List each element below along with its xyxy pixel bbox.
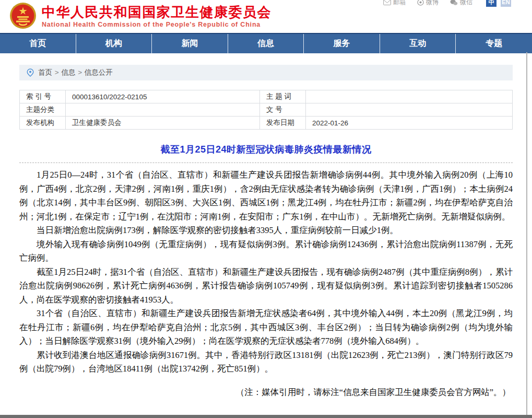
article-body: 1月25日0—24时，31个省（自治区、直辖市）和新疆生产建设兵团报告新增确诊病…: [19, 168, 513, 376]
meta-value: [306, 90, 513, 103]
meta-row: 主题分类文 号: [20, 103, 513, 117]
brand-text: 中华人民共和国国家卫生健康委员会 National Health Commiss…: [42, 4, 271, 28]
meta-value: [66, 103, 260, 117]
article-paragraph: 截至1月25日24时，据31个省（自治区、直辖市）和新疆生产建设兵团报告，现有确…: [19, 265, 513, 307]
mail-link[interactable]: 邮箱: [383, 0, 406, 7]
meta-label: 发布机构: [20, 117, 66, 130]
national-emblem-logo: [9, 2, 37, 29]
meta-value: [306, 103, 513, 117]
brand[interactable]: 中华人民共和国国家卫生健康委员会 National Health Commiss…: [9, 2, 271, 29]
site-header: 中华人民共和国国家卫生健康委员会 National Health Commiss…: [0, 0, 532, 33]
dotted-divider: [19, 162, 513, 163]
article-paragraph: 当日新增治愈出院病例173例，解除医学观察的密切接触者3395人，重症病例较前一…: [19, 224, 513, 238]
article-paragraph: 1月25日0—24时，31个省（自治区、直辖市）和新疆生产建设兵团报告新增确诊病…: [19, 168, 513, 224]
nav-item[interactable]: 新闻: [152, 34, 228, 53]
meta-row: 索 引 号000013610/2022-02105主 题 词: [20, 90, 513, 103]
meta-value: 卫生健康委员会: [66, 117, 260, 130]
weibo-icon: [417, 0, 424, 6]
quickbar: 邮箱微博微信中EN: [383, 0, 511, 7]
breadcrumb-item[interactable]: 信息公开: [85, 68, 113, 76]
article-note: （注：媒体引用时，请标注“信息来自国家卫生健康委员会官方网站”。）: [19, 387, 513, 398]
lang-zh-button[interactable]: 中: [486, 0, 496, 7]
breadcrumb-item[interactable]: 信息: [61, 68, 75, 76]
nav-item[interactable]: 互动: [380, 34, 456, 53]
meta-label: 文 号: [260, 103, 306, 117]
wechat-link-label: 微信: [460, 0, 472, 7]
meta-row: 发布机构卫生健康委员会发布日期2022-01-26: [20, 117, 513, 130]
page: 中华人民共和国国家卫生健康委员会 National Health Commiss…: [0, 0, 532, 418]
nav-item[interactable]: 机构: [76, 34, 152, 53]
nav-item[interactable]: 首页: [0, 34, 76, 53]
main-nav: 首页机构新闻信息服务互动专题: [0, 33, 532, 53]
article-title: 截至1月25日24时新型冠状病毒肺炎疫情最新情况: [19, 143, 513, 156]
meta-label: 主题分类: [20, 103, 66, 117]
weibo-link[interactable]: 微博: [417, 0, 439, 7]
breadcrumb-items: 首页 > 信息 > 信息公开: [38, 68, 113, 77]
breadcrumb-item[interactable]: 首页: [38, 68, 52, 76]
scrollbar-track[interactable]: [526, 52, 527, 418]
location-pin-icon: [27, 68, 34, 77]
content-area: 索 引 号000013610/2022-02105主 题 词主题分类文 号发布机…: [19, 90, 513, 398]
breadcrumb-separator: >: [76, 68, 84, 76]
footer-bar: [0, 415, 532, 418]
weibo-link-label: 微博: [426, 0, 439, 7]
nav-item[interactable]: 信息: [228, 34, 304, 53]
mail-link-label: 邮箱: [393, 0, 406, 7]
site-title: 中华人民共和国国家卫生健康委员会: [42, 4, 271, 20]
meta-label: 主 题 词: [260, 90, 306, 103]
article-paragraph: 31个省（自治区、直辖市）和新疆生产建设兵团报告新增无症状感染者64例，其中境外…: [19, 307, 513, 349]
breadcrumb: 首页 > 信息 > 信息公开: [19, 65, 513, 80]
meta-label: 索 引 号: [20, 90, 66, 103]
wechat-link[interactable]: 微信: [450, 0, 472, 7]
mail-icon: [383, 0, 391, 5]
meta-label: 发布日期: [260, 117, 306, 130]
article-paragraph: 累计收到港澳台地区通报确诊病例31671例。其中，香港特别行政区13181例（出…: [19, 349, 513, 376]
wechat-icon: [450, 0, 458, 6]
meta-value: 2022-01-26: [306, 117, 513, 130]
document-meta-table: 索 引 号000013610/2022-02105主 题 词主题分类文 号发布机…: [19, 90, 513, 130]
breadcrumb-separator: >: [53, 68, 61, 76]
meta-value: 000013610/2022-02105: [66, 90, 260, 103]
nav-item[interactable]: 专题: [456, 34, 532, 53]
lang-en-button[interactable]: EN: [501, 0, 511, 7]
article-paragraph: 境外输入现有确诊病例1049例（无重症病例），现有疑似病例3例。累计确诊病例12…: [19, 238, 513, 265]
nav-item[interactable]: 服务: [304, 34, 380, 53]
site-subtitle: National Health Commission of the People…: [42, 21, 271, 28]
